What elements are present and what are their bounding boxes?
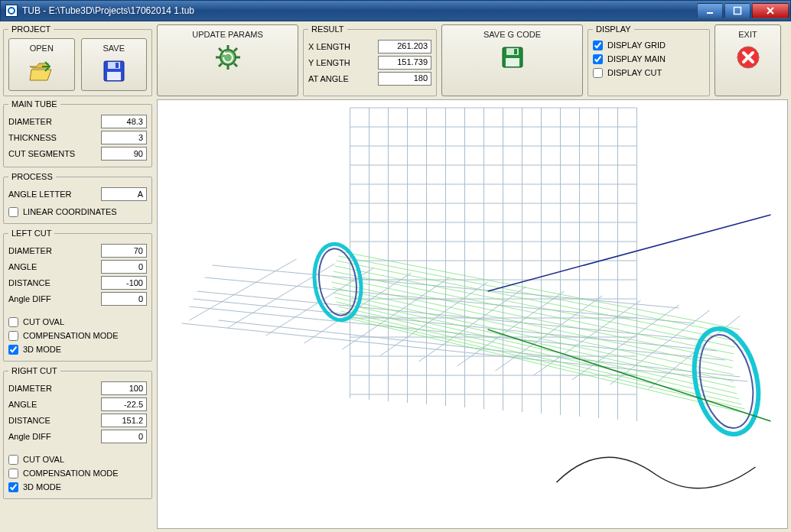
svg-line-57 xyxy=(219,320,741,377)
ylength-value: 151.739 xyxy=(378,56,431,70)
window-close-button[interactable] xyxy=(752,3,789,18)
exit-label: EXIT xyxy=(738,30,757,39)
rc-comp-input[interactable] xyxy=(8,469,18,478)
mt-diameter-input[interactable] xyxy=(101,115,147,128)
save-button[interactable]: SAVE xyxy=(81,38,148,91)
angle-letter-input[interactable] xyxy=(101,187,147,201)
left-cut-panel: LEFT CUT DIAMETER ANGLE DISTANCE Angle D… xyxy=(3,229,152,362)
lc-comp-input[interactable] xyxy=(8,331,18,341)
ylength-label: Y LENGTH xyxy=(308,58,350,67)
window-titlebar: TUB - E:\Tube3D\Projects\17062014 1.tub xyxy=(0,0,791,21)
svg-line-78 xyxy=(337,302,737,394)
mt-segments-input[interactable] xyxy=(101,147,147,161)
display-main-checkbox[interactable]: DISPLAY MAIN xyxy=(593,52,705,66)
close-circle-icon xyxy=(734,44,762,71)
svg-rect-17 xyxy=(514,49,517,54)
3d-viewport[interactable] xyxy=(157,99,788,529)
floppy-gcode-icon xyxy=(499,44,526,71)
lc-diameter-input[interactable] xyxy=(101,244,147,258)
update-params-button[interactable]: UPDATE PARAMS xyxy=(157,24,298,96)
window-maximize-button[interactable] xyxy=(724,3,750,18)
rc-3d-checkbox[interactable]: 3D MODE xyxy=(8,480,147,494)
rc-cut-oval-checkbox[interactable]: CUT OVAL xyxy=(8,453,147,466)
linear-coords-input[interactable] xyxy=(8,207,18,217)
display-cut-checkbox[interactable]: DISPLAY CUT xyxy=(593,66,705,79)
display-grid-input[interactable] xyxy=(593,41,603,50)
rc-angle-input[interactable] xyxy=(101,397,147,411)
rc-3d-label: 3D MODE xyxy=(23,482,61,491)
gear-refresh-icon xyxy=(214,44,242,71)
display-grid-checkbox[interactable]: DISPLAY GRID xyxy=(593,38,705,52)
process-panel: PROCESS ANGLE LETTER LINEAR COORDINATES xyxy=(3,172,152,224)
svg-line-74 xyxy=(337,261,737,341)
atangle-value: 180 xyxy=(378,72,431,86)
lc-cut-oval-label: CUT OVAL xyxy=(23,317,64,326)
window-minimize-button[interactable] xyxy=(697,3,723,18)
lc-3d-input[interactable] xyxy=(8,345,18,355)
linear-coords-checkbox[interactable]: LINEAR COORDINATES xyxy=(8,205,147,219)
display-legend: DISPLAY xyxy=(593,24,634,34)
lc-angle-label: ANGLE xyxy=(8,262,37,271)
lc-cut-oval-checkbox[interactable]: CUT OVAL xyxy=(8,315,147,329)
open-button[interactable]: OPEN xyxy=(8,38,75,91)
rc-3d-input[interactable] xyxy=(8,482,18,492)
rc-cut-oval-input[interactable] xyxy=(8,455,18,465)
display-panel: DISPLAY DISPLAY GRID DISPLAY MAIN DISPLA… xyxy=(588,24,710,96)
svg-rect-0 xyxy=(707,12,713,14)
svg-rect-18 xyxy=(506,58,519,66)
lc-comp-label: COMPENSATION MODE xyxy=(23,331,118,340)
rc-distance-input[interactable] xyxy=(101,414,147,427)
lc-diff-input[interactable] xyxy=(101,292,147,306)
rc-diff-label: Angle DIFF xyxy=(8,432,51,441)
save-gcode-button[interactable]: SAVE G CODE xyxy=(441,24,583,96)
exit-button[interactable]: EXIT xyxy=(715,24,781,96)
display-grid-label: DISPLAY GRID xyxy=(607,41,666,50)
lc-cut-oval-input[interactable] xyxy=(8,317,18,327)
svg-line-13 xyxy=(234,48,237,51)
svg-line-59 xyxy=(194,299,718,351)
open-label: OPEN xyxy=(30,44,54,53)
svg-rect-5 xyxy=(107,72,121,80)
save-label: SAVE xyxy=(103,44,125,53)
svg-line-55 xyxy=(205,277,695,323)
rc-cut-oval-label: CUT OVAL xyxy=(23,455,64,464)
floppy-save-icon xyxy=(100,57,128,85)
main-tube-legend: MAIN TUBE xyxy=(8,99,60,109)
svg-point-90 xyxy=(685,323,767,440)
project-panel: PROJECT OPEN SAVE xyxy=(3,24,152,96)
rc-diameter-label: DIAMETER xyxy=(8,384,52,393)
display-main-input[interactable] xyxy=(593,54,603,64)
rc-comp-label: COMPENSATION MODE xyxy=(23,469,118,478)
result-panel: RESULT X LENGTH 261.203 Y LENGTH 151.739… xyxy=(303,24,437,96)
xlength-label: X LENGTH xyxy=(308,42,350,51)
project-legend: PROJECT xyxy=(8,24,54,34)
main-tube-panel: MAIN TUBE DIAMETER THICKNESS CUT SEGMENT… xyxy=(3,99,152,167)
lc-comp-checkbox[interactable]: COMPENSATION MODE xyxy=(8,329,147,342)
svg-line-11 xyxy=(219,48,222,51)
result-legend: RESULT xyxy=(308,24,347,34)
right-cut-panel: RIGHT CUT DIAMETER ANGLE DISTANCE Angle … xyxy=(3,366,152,499)
lc-3d-checkbox[interactable]: 3D MODE xyxy=(8,342,147,356)
mt-diameter-label: DIAMETER xyxy=(8,117,52,126)
xlength-value: 261.203 xyxy=(378,40,431,54)
app-icon xyxy=(5,5,18,17)
angle-letter-label: ANGLE LETTER xyxy=(8,190,72,199)
rc-diameter-input[interactable] xyxy=(101,381,147,395)
save-gcode-label: SAVE G CODE xyxy=(483,30,541,39)
rc-distance-label: DISTANCE xyxy=(8,416,50,425)
svg-line-12 xyxy=(234,63,237,66)
window-title: TUB - E:\Tube3D\Projects\17062014 1.tub xyxy=(22,5,697,16)
lc-distance-input[interactable] xyxy=(101,276,147,290)
rc-comp-checkbox[interactable]: COMPENSATION MODE xyxy=(8,466,147,480)
left-cut-legend: LEFT CUT xyxy=(8,229,54,238)
svg-line-75 xyxy=(334,271,734,354)
display-main-label: DISPLAY MAIN xyxy=(607,54,666,63)
mt-thickness-input[interactable] xyxy=(101,131,147,144)
svg-line-14 xyxy=(219,63,222,66)
svg-rect-1 xyxy=(734,8,741,15)
rc-angle-label: ANGLE xyxy=(8,400,37,409)
lc-angle-input[interactable] xyxy=(101,260,147,274)
display-cut-label: DISPLAY CUT xyxy=(607,68,662,77)
rc-diff-input[interactable] xyxy=(101,430,147,443)
display-cut-input[interactable] xyxy=(593,68,603,78)
